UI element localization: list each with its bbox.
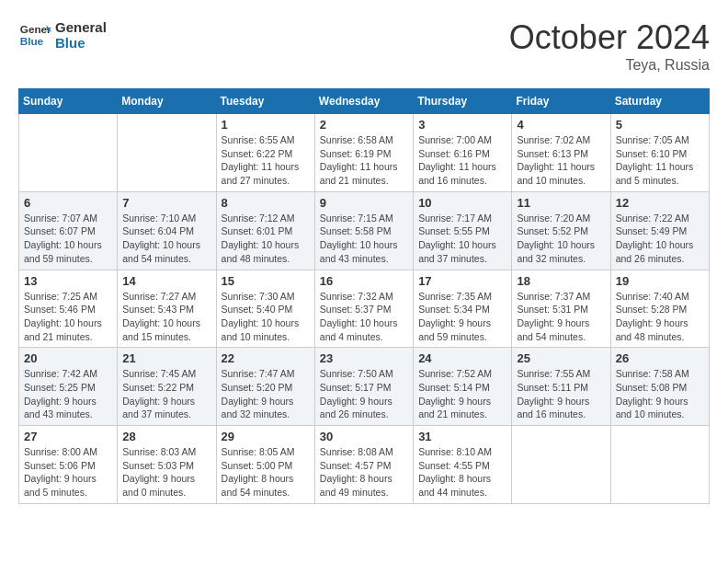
day-number: 25 <box>517 351 605 365</box>
day-number: 7 <box>122 196 210 210</box>
calendar-cell: 4Sunrise: 7:02 AMSunset: 6:13 PMDaylight… <box>512 114 610 192</box>
day-info: Sunrise: 7:42 AMSunset: 5:25 PMDaylight:… <box>24 367 112 421</box>
day-info: Sunrise: 7:45 AMSunset: 5:22 PMDaylight:… <box>122 367 210 421</box>
day-number: 19 <box>616 274 704 288</box>
calendar-cell: 3Sunrise: 7:00 AMSunset: 6:16 PMDaylight… <box>414 114 512 192</box>
calendar-cell: 9Sunrise: 7:15 AMSunset: 5:58 PMDaylight… <box>314 191 413 270</box>
day-number: 12 <box>616 196 704 210</box>
day-info: Sunrise: 7:12 AMSunset: 6:01 PMDaylight:… <box>222 212 310 266</box>
calendar-cell: 27Sunrise: 8:00 AMSunset: 5:06 PMDayligh… <box>19 426 118 504</box>
day-info: Sunrise: 7:35 AMSunset: 5:34 PMDaylight:… <box>418 290 506 344</box>
day-info: Sunrise: 7:47 AMSunset: 5:20 PMDaylight:… <box>222 367 310 421</box>
calendar-cell: 28Sunrise: 8:03 AMSunset: 5:03 PMDayligh… <box>118 426 216 504</box>
calendar-cell: 29Sunrise: 8:05 AMSunset: 5:00 PMDayligh… <box>216 426 314 504</box>
day-number: 28 <box>122 430 210 443</box>
day-number: 11 <box>517 196 605 210</box>
day-info: Sunrise: 7:02 AMSunset: 6:13 PMDaylight:… <box>517 133 605 188</box>
calendar-cell: 10Sunrise: 7:17 AMSunset: 5:55 PMDayligh… <box>414 191 512 270</box>
day-number: 15 <box>222 274 310 288</box>
day-number: 26 <box>616 351 704 365</box>
day-info: Sunrise: 6:58 AMSunset: 6:19 PMDaylight:… <box>320 133 408 188</box>
calendar-cell: 23Sunrise: 7:50 AMSunset: 5:17 PMDayligh… <box>314 348 413 426</box>
day-number: 16 <box>320 274 408 288</box>
weekday-header: Thursday <box>414 89 512 114</box>
day-number: 1 <box>222 118 310 132</box>
day-info: Sunrise: 7:00 AMSunset: 6:16 PMDaylight:… <box>418 133 506 188</box>
day-number: 8 <box>222 196 310 210</box>
day-info: Sunrise: 7:05 AMSunset: 6:10 PMDaylight:… <box>616 133 704 188</box>
day-info: Sunrise: 8:05 AMSunset: 5:00 PMDaylight:… <box>222 445 310 500</box>
day-info: Sunrise: 7:55 AMSunset: 5:11 PMDaylight:… <box>517 367 605 421</box>
calendar-week-row: 1Sunrise: 6:55 AMSunset: 6:22 PMDaylight… <box>19 114 710 192</box>
weekday-header: Sunday <box>19 89 118 114</box>
calendar-cell: 6Sunrise: 7:07 AMSunset: 6:07 PMDaylight… <box>19 191 118 270</box>
day-info: Sunrise: 8:08 AMSunset: 4:57 PMDaylight:… <box>320 445 408 500</box>
day-info: Sunrise: 8:03 AMSunset: 5:03 PMDaylight:… <box>122 445 210 500</box>
logo-general: General <box>55 19 107 35</box>
calendar-cell: 19Sunrise: 7:40 AMSunset: 5:28 PMDayligh… <box>610 270 709 348</box>
calendar-week-row: 13Sunrise: 7:25 AMSunset: 5:46 PMDayligh… <box>19 270 710 348</box>
day-number: 31 <box>418 430 506 443</box>
calendar-cell: 20Sunrise: 7:42 AMSunset: 5:25 PMDayligh… <box>19 348 118 426</box>
calendar-cell <box>19 114 118 192</box>
calendar-cell: 18Sunrise: 7:37 AMSunset: 5:31 PMDayligh… <box>512 270 610 348</box>
calendar-week-row: 27Sunrise: 8:00 AMSunset: 5:06 PMDayligh… <box>19 426 710 504</box>
day-number: 29 <box>222 430 310 443</box>
calendar-cell: 13Sunrise: 7:25 AMSunset: 5:46 PMDayligh… <box>19 270 118 348</box>
day-info: Sunrise: 8:00 AMSunset: 5:06 PMDaylight:… <box>24 445 112 500</box>
day-info: Sunrise: 7:30 AMSunset: 5:40 PMDaylight:… <box>222 290 310 344</box>
day-number: 27 <box>24 430 112 443</box>
day-info: Sunrise: 7:22 AMSunset: 5:49 PMDaylight:… <box>616 212 704 266</box>
day-number: 23 <box>320 351 408 365</box>
logo-blue: Blue <box>55 35 107 51</box>
day-number: 20 <box>24 351 112 365</box>
calendar-cell: 12Sunrise: 7:22 AMSunset: 5:49 PMDayligh… <box>610 191 709 270</box>
logo: General Blue General Blue <box>18 18 107 52</box>
day-info: Sunrise: 6:55 AMSunset: 6:22 PMDaylight:… <box>222 133 310 188</box>
page-header: General Blue General Blue October 2024 T… <box>18 18 710 74</box>
weekday-header: Saturday <box>610 89 709 114</box>
day-number: 14 <box>122 274 210 288</box>
svg-text:Blue: Blue <box>20 35 44 47</box>
logo-icon: General Blue <box>18 18 51 52</box>
day-info: Sunrise: 7:32 AMSunset: 5:37 PMDaylight:… <box>320 290 408 344</box>
day-info: Sunrise: 7:50 AMSunset: 5:17 PMDaylight:… <box>320 367 408 421</box>
day-number: 13 <box>24 274 112 288</box>
calendar-cell: 24Sunrise: 7:52 AMSunset: 5:14 PMDayligh… <box>414 348 512 426</box>
calendar-header-row: SundayMondayTuesdayWednesdayThursdayFrid… <box>19 89 710 114</box>
day-info: Sunrise: 7:20 AMSunset: 5:52 PMDaylight:… <box>517 212 605 266</box>
day-info: Sunrise: 7:15 AMSunset: 5:58 PMDaylight:… <box>320 212 408 266</box>
month-title: October 2024 <box>509 18 710 57</box>
day-number: 30 <box>320 430 408 443</box>
calendar-cell: 1Sunrise: 6:55 AMSunset: 6:22 PMDaylight… <box>216 114 314 192</box>
day-number: 6 <box>24 196 112 210</box>
location: Teya, Russia <box>509 57 710 74</box>
day-info: Sunrise: 8:10 AMSunset: 4:55 PMDaylight:… <box>418 445 506 500</box>
calendar-cell: 31Sunrise: 8:10 AMSunset: 4:55 PMDayligh… <box>414 426 512 504</box>
day-info: Sunrise: 7:52 AMSunset: 5:14 PMDaylight:… <box>418 367 506 421</box>
calendar-cell <box>512 426 610 504</box>
day-number: 2 <box>320 118 408 132</box>
calendar-cell: 16Sunrise: 7:32 AMSunset: 5:37 PMDayligh… <box>314 270 413 348</box>
day-info: Sunrise: 7:40 AMSunset: 5:28 PMDaylight:… <box>616 290 704 344</box>
day-info: Sunrise: 7:27 AMSunset: 5:43 PMDaylight:… <box>122 290 210 344</box>
weekday-header: Tuesday <box>216 89 314 114</box>
calendar-cell: 30Sunrise: 8:08 AMSunset: 4:57 PMDayligh… <box>314 426 413 504</box>
day-info: Sunrise: 7:58 AMSunset: 5:08 PMDaylight:… <box>616 367 704 421</box>
day-info: Sunrise: 7:10 AMSunset: 6:04 PMDaylight:… <box>122 212 210 266</box>
calendar-cell: 22Sunrise: 7:47 AMSunset: 5:20 PMDayligh… <box>216 348 314 426</box>
calendar-week-row: 20Sunrise: 7:42 AMSunset: 5:25 PMDayligh… <box>19 348 710 426</box>
calendar-cell: 21Sunrise: 7:45 AMSunset: 5:22 PMDayligh… <box>118 348 216 426</box>
day-number: 4 <box>517 118 605 132</box>
calendar-cell: 2Sunrise: 6:58 AMSunset: 6:19 PMDaylight… <box>314 114 413 192</box>
day-number: 3 <box>418 118 506 132</box>
day-number: 22 <box>222 351 310 365</box>
calendar-week-row: 6Sunrise: 7:07 AMSunset: 6:07 PMDaylight… <box>19 191 710 270</box>
calendar-cell: 17Sunrise: 7:35 AMSunset: 5:34 PMDayligh… <box>414 270 512 348</box>
day-info: Sunrise: 7:25 AMSunset: 5:46 PMDaylight:… <box>24 290 112 344</box>
title-area: October 2024 Teya, Russia <box>509 18 710 74</box>
calendar: SundayMondayTuesdayWednesdayThursdayFrid… <box>18 88 710 504</box>
day-number: 9 <box>320 196 408 210</box>
weekday-header: Friday <box>512 89 610 114</box>
calendar-cell: 25Sunrise: 7:55 AMSunset: 5:11 PMDayligh… <box>512 348 610 426</box>
